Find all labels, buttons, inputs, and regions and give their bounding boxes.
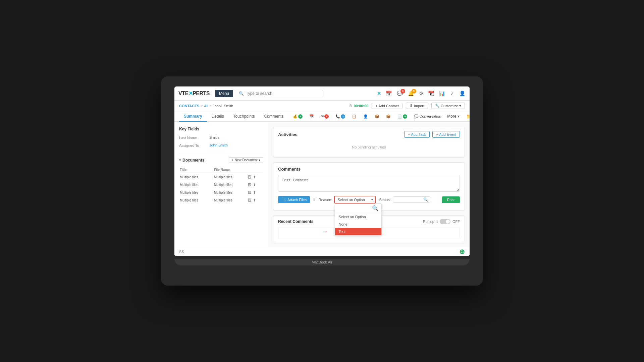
bell-badge: 5 [412, 89, 416, 94]
nav-user-icon[interactable]: 👤 [459, 90, 466, 97]
tab-touchpoints[interactable]: Touchpoints [228, 111, 259, 122]
add-contact-button[interactable]: + Add Contact [372, 103, 402, 109]
tab-icon-page[interactable]: 📄 4 [395, 113, 409, 120]
doc-actions-2: 🖼⬆ [248, 183, 263, 187]
paperclip-icon: 📎 [281, 197, 286, 202]
mail-icon: ✉ [321, 114, 324, 119]
breadcrumb-bar: CONTACTS > All > John1 Smith ⏱ 00:00:00 … [174, 101, 470, 111]
upload-icon[interactable]: ⬆ [253, 175, 256, 179]
tab-icon-mail[interactable]: ✉ 3 [319, 113, 331, 120]
dropdown-option-none[interactable]: None [335, 221, 381, 228]
nav-x-icon[interactable]: ✕ [377, 91, 381, 96]
doc-filename-4: Multiple files [214, 197, 248, 204]
chat-badge: 0 [400, 89, 405, 94]
conversation-label: Conversation [419, 114, 441, 118]
rollup-toggle[interactable] [440, 219, 450, 224]
tab-summary[interactable]: Summary [179, 111, 207, 122]
upload-icon[interactable]: ⬆ [253, 183, 256, 187]
breadcrumb-actions: ⏱ 00:00:00 + Add Contact ⬇ Import 🔧 Cust… [348, 103, 465, 109]
add-widget-button[interactable]: ⊕ [459, 248, 465, 256]
search-input[interactable] [246, 91, 320, 96]
upload-icon[interactable]: ⬆ [253, 198, 256, 202]
search-icon: 🔍 [239, 91, 244, 96]
arrow-indicator: → [322, 228, 328, 235]
breadcrumb-sep1: > [201, 104, 203, 108]
tab-details[interactable]: Details [207, 111, 229, 122]
nav-calendar-icon[interactable]: 📅 [386, 90, 392, 97]
doc-title-2: Multiple files [180, 181, 213, 188]
status-input[interactable] [395, 198, 422, 202]
doc-filename-1: Multiple files [214, 174, 248, 181]
tab-icon-group: 💰 4 📅 ✉ 3 📞 1 📋 👤 [291, 113, 443, 120]
tab-icon-calendar[interactable]: 📅 [307, 113, 316, 120]
img-icon[interactable]: 🖼 [248, 190, 252, 195]
import-icon: ⬇ [410, 104, 413, 108]
doc-title-1: Multiple files [180, 174, 213, 181]
docs-header: ▾ Documents + New Document ▾ [179, 157, 263, 163]
tab-icon-conversation[interactable]: 💬 Conversation [412, 113, 443, 120]
phone-badge: 1 [341, 114, 345, 119]
info-rollup-icon: ℹ [436, 220, 438, 224]
tab-icon-phone[interactable]: 📞 1 [333, 113, 347, 120]
attach-files-button[interactable]: 📎 Attach Files [278, 196, 310, 203]
tab-icon-doc[interactable]: 📋 [350, 113, 359, 120]
add-task-button[interactable]: + Add Task [404, 131, 430, 138]
box1-icon: 📦 [375, 114, 379, 119]
assigned-to-row: Assigned To John Smith [179, 143, 263, 147]
reason-select[interactable]: Select an Option None Test [335, 197, 375, 203]
laptop-frame: VTE✕PERTS Menu 🔍 ✕ 📅 💬 0 🔔 5 ⚙ 📆 [161, 76, 483, 286]
doc-filename-2: Multiple files [214, 181, 248, 188]
nav-date-icon[interactable]: 📆 [428, 90, 434, 97]
tab-comments[interactable]: Comments [259, 111, 288, 122]
post-button[interactable]: Post [442, 196, 460, 203]
assigned-to-value[interactable]: John Smith [209, 143, 228, 147]
info-icon[interactable]: ℹ [313, 197, 315, 202]
customize-button[interactable]: 🔧 Customize ▾ [431, 103, 465, 109]
activities-title: Activities [278, 132, 298, 137]
tab-icon-user[interactable]: 👤 [361, 113, 370, 120]
folder-icon[interactable]: 📁 [464, 112, 470, 120]
tab-icon-box1[interactable]: 📦 [373, 113, 381, 120]
nav-settings-icon[interactable]: ⚙ [419, 90, 423, 97]
new-document-button[interactable]: + New Document ▾ [229, 157, 263, 163]
comment-toolbar: 📎 Attach Files ℹ Reason: Select an Optio… [278, 196, 460, 203]
laptop-base: MacBook Air [174, 259, 470, 265]
tab-icon-box2[interactable]: 📦 [384, 113, 393, 120]
nav-chart-icon[interactable]: 📊 [439, 90, 445, 97]
add-event-button[interactable]: + Add Event [432, 131, 460, 138]
breadcrumb-contacts[interactable]: CONTACTS [179, 104, 199, 108]
breadcrumb-all[interactable]: All [204, 104, 208, 108]
table-row: Multiple files Multiple files 🖼⬆ [180, 181, 263, 188]
reason-dropdown: 🔍 Select an Option None → Test [335, 203, 382, 236]
dropdown-search-icon: 🔍 [372, 205, 379, 212]
nav-check-icon[interactable]: ✓ [450, 90, 454, 97]
breadcrumb-current: John1 Smith [213, 104, 233, 108]
comments-header: Comments [278, 167, 460, 172]
page-icon: 📄 [397, 114, 402, 119]
menu-button[interactable]: Menu [215, 90, 233, 97]
img-icon[interactable]: 🖼 [248, 183, 252, 187]
search-bar: 🔍 [236, 90, 323, 97]
tabs-bar: Summary Details Touchpoints Comments 💰 4… [174, 111, 470, 122]
dropdown-option-default[interactable]: Select an Option [335, 213, 381, 221]
docs-chevron-icon[interactable]: ▾ [179, 158, 181, 162]
nav-chat-icon[interactable]: 💬 0 [397, 90, 403, 97]
key-fields-title: Key Fields [179, 127, 263, 131]
nav-bell-icon[interactable]: 🔔 5 [408, 90, 414, 97]
img-icon[interactable]: 🖼 [248, 198, 252, 202]
img-icon[interactable]: 🖼 [248, 175, 252, 179]
reason-select-wrapper: Select an Option None Test ▾ 🔍 [334, 196, 376, 203]
comments-section: Comments 📎 Attach Files ℹ Reason: [273, 162, 465, 210]
more-chevron-icon: ▾ [458, 114, 460, 119]
import-button[interactable]: ⬇ Import [406, 103, 428, 109]
doc-title-4: Multiple files [180, 197, 213, 204]
dropdown-option-test[interactable]: → Test [335, 228, 381, 235]
timer-value: 00:00:00 [354, 104, 368, 108]
upload-icon[interactable]: ⬆ [253, 190, 256, 195]
last-name-label: Last Name [179, 135, 209, 140]
tab-icon-money[interactable]: 💰 4 [291, 113, 305, 120]
more-button-tab[interactable]: More ▾ [443, 112, 463, 121]
bottom-bar: SS ⊕ [174, 247, 470, 256]
dropdown-search-input[interactable] [338, 206, 371, 210]
comment-textarea[interactable] [278, 175, 460, 192]
